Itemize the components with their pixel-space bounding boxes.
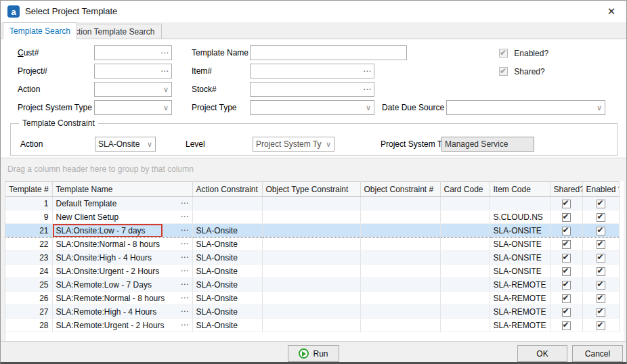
stock-lookup-icon[interactable]: ⋯ [363, 83, 372, 96]
chevron-down-icon: ∨ [147, 137, 152, 151]
object-constraint-number-cell [360, 197, 440, 210]
template-name-field[interactable] [250, 45, 407, 60]
action-constraint-cell: SLA-Onsite [192, 319, 262, 332]
ellipsis-button[interactable]: ⋯ [181, 210, 190, 223]
shared-checkbox[interactable] [562, 281, 571, 290]
ellipsis-button[interactable]: ⋯ [181, 224, 190, 237]
enabled-checkbox[interactable] [597, 254, 605, 263]
column-header[interactable]: Template # [5, 182, 52, 197]
shared-checkbox[interactable] [562, 200, 571, 208]
date-due-source-select[interactable]: ∨ [446, 100, 605, 115]
template-name-input[interactable] [252, 47, 405, 59]
run-button[interactable]: Run [288, 345, 339, 362]
ellipsis-button[interactable]: ⋯ [181, 278, 190, 291]
shared-checkbox[interactable] [562, 294, 571, 303]
table-row[interactable]: 21 SLA:Onsite:Low - 7 days ⋯ SLA-Onsite … [5, 224, 619, 237]
enabled-checkbox[interactable] [597, 227, 605, 235]
column-header[interactable]: Object Type Constraint [262, 182, 360, 197]
column-header[interactable]: Shared? [550, 182, 582, 197]
shared-checkbox[interactable] [562, 308, 571, 317]
table-row[interactable]: 28 SLA:Remote:Urgent - 2 Hours ⋯ SLA-Ons… [5, 319, 619, 332]
item-lookup-icon[interactable]: ⋯ [363, 64, 372, 78]
chevron-down-icon: ∨ [163, 101, 169, 114]
table-row[interactable]: 9 New Client Setup ⋯ S.CLOUD.NS [5, 210, 619, 224]
constraint-action-value: SLA-Onsite [98, 137, 143, 151]
item-input[interactable] [252, 65, 360, 77]
ellipsis-button[interactable]: ⋯ [181, 292, 190, 304]
ellipsis-button[interactable]: ⋯ [181, 251, 190, 264]
template-name-cell: Default Template ⋯ [52, 197, 192, 210]
ellipsis-button[interactable]: ⋯ [181, 319, 190, 332]
cust-lookup-icon[interactable]: ⋯ [160, 46, 169, 60]
ellipsis-button[interactable]: ⋯ [181, 265, 190, 277]
table-row[interactable]: 22 SLA:Onsite:Normal - 8 hours ⋯ SLA-Ons… [5, 237, 619, 251]
enabled-checkbox-label: Enabled? [514, 49, 548, 58]
table-row[interactable]: 25 SLA:Remote:Low - 7 Days ⋯ SLA-Onsite … [5, 278, 619, 292]
close-icon[interactable]: ✕ [603, 3, 620, 20]
template-number-cell: 22 [5, 237, 52, 251]
column-header[interactable]: Template Name [52, 182, 192, 197]
column-header[interactable]: Item Code [490, 182, 550, 197]
ellipsis-button[interactable]: ⋯ [181, 237, 190, 250]
object-constraint-number-cell [360, 224, 440, 237]
stock-input[interactable] [252, 83, 360, 95]
table-row[interactable]: 24 SLA:Onsite:Urgent - 2 Hours ⋯ SLA-Ons… [5, 265, 619, 278]
project-system-type-label: Project System Type [18, 100, 92, 115]
column-header[interactable]: Card Code [440, 182, 490, 197]
chevron-down-icon: ∨ [326, 137, 331, 151]
enabled-checkbox[interactable] [597, 281, 605, 290]
item-code-cell: S.CLOUD.NS [490, 210, 550, 224]
project-input[interactable] [96, 65, 158, 77]
enabled-checkbox[interactable] [597, 267, 605, 276]
ellipsis-button[interactable]: ⋯ [181, 197, 190, 210]
cancel-button[interactable]: Cancel [572, 345, 623, 362]
template-name-cell: SLA:Remote:High - 4 Hours ⋯ [52, 305, 192, 319]
shared-checkbox[interactable] [562, 227, 571, 235]
project-type-select[interactable]: ∨ [250, 100, 374, 115]
object-constraint-number-cell [360, 292, 440, 305]
column-header[interactable]: Action Constraint [192, 182, 262, 197]
action-constraint-cell: SLA-Onsite [192, 237, 262, 251]
cust-input[interactable] [96, 47, 158, 59]
shared-checkbox[interactable] [562, 267, 571, 276]
shared-checkbox[interactable] [562, 321, 571, 330]
constraint-action-select[interactable]: SLA-Onsite ∨ [95, 137, 156, 152]
enabled-checkbox[interactable] [597, 213, 605, 222]
table-row[interactable]: 27 SLA:Remote:High - 4 Hours ⋯ SLA-Onsit… [5, 305, 619, 319]
object-type-constraint-cell [262, 224, 360, 237]
shared-checkbox [499, 67, 508, 76]
tab-template-search[interactable]: Template Search [3, 22, 77, 39]
item-code-cell: SLA-REMOTE [490, 319, 550, 332]
project-field[interactable]: ⋯ [94, 64, 172, 78]
constraint-action-label: Action [20, 137, 43, 152]
cust-field[interactable]: ⋯ [94, 45, 172, 60]
constraint-level-value: Project System Type [256, 137, 322, 151]
table-row[interactable]: 26 SLA:Remote:Normal - 8 hours ⋯ SLA-Ons… [5, 292, 619, 305]
enabled-checkbox[interactable] [597, 240, 605, 249]
shared-checkbox[interactable] [562, 254, 571, 263]
column-header[interactable]: Object Constraint # [360, 182, 440, 197]
project-system-type-select[interactable]: ∨ [94, 100, 172, 115]
action-select[interactable]: ∨ [94, 82, 172, 97]
stock-field[interactable]: ⋯ [250, 82, 374, 97]
constraint-level-select[interactable]: Project System Type ∨ [253, 137, 334, 152]
constraint-pst-label: Project System Type [381, 137, 441, 152]
group-by-drop-zone[interactable]: Drag a column header here to group by th… [7, 164, 194, 174]
shared-checkbox[interactable] [562, 213, 571, 222]
ellipsis-button[interactable]: ⋯ [181, 305, 190, 318]
table-row[interactable]: 1 Default Template ⋯ [5, 197, 619, 210]
enabled-checkbox[interactable] [597, 200, 605, 208]
select-project-template-dialog: a Select Project Template ✕ Template Sea… [0, 0, 627, 364]
enabled-checkbox[interactable] [597, 321, 605, 330]
shared-checkbox[interactable] [562, 240, 571, 249]
enabled-checkbox[interactable] [597, 308, 605, 317]
template-name-cell: SLA:Onsite:Urgent - 2 Hours ⋯ [52, 265, 192, 278]
card-code-cell [440, 210, 490, 224]
column-header[interactable]: Enabled ? [582, 182, 619, 197]
ok-button[interactable]: OK [517, 345, 567, 362]
item-field[interactable]: ⋯ [250, 64, 374, 78]
table-row[interactable]: 23 SLA:Onsite:High - 4 Hours ⋯ SLA-Onsit… [5, 251, 619, 265]
project-lookup-icon[interactable]: ⋯ [160, 64, 169, 78]
enabled-checkbox[interactable] [597, 294, 605, 303]
template-number-cell: 27 [5, 305, 52, 319]
